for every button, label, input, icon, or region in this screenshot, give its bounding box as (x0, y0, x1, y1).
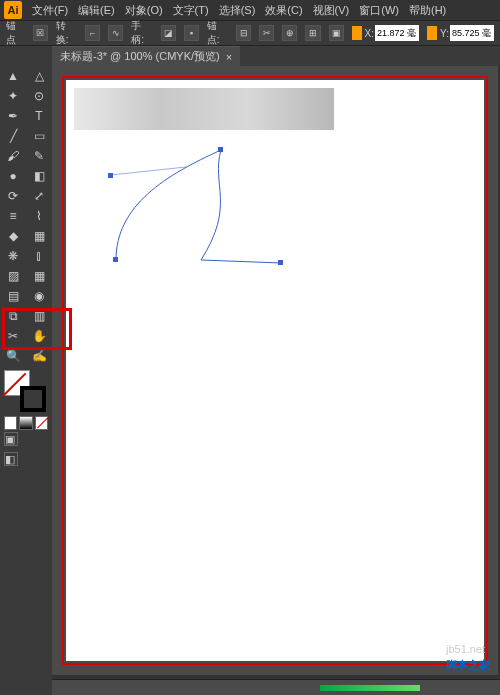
color-mode-none[interactable] (35, 416, 48, 430)
anchor-cut-icon[interactable]: ✂ (259, 25, 274, 41)
menu-window[interactable]: 窗口(W) (359, 3, 399, 18)
handle-hide-icon[interactable]: ▪ (184, 25, 199, 41)
tool-type[interactable]: T (26, 106, 52, 126)
tool-graph[interactable]: ⫿ (26, 246, 52, 266)
tool-zoom[interactable]: 🔍 (0, 346, 26, 366)
tool-sym[interactable]: ❋ (0, 246, 26, 266)
tool-blend[interactable]: ⧉ (0, 306, 26, 326)
redacted-region (74, 88, 334, 130)
watermark-cn: 脚本之家 (446, 659, 490, 671)
tool-pencil[interactable]: ✎ (26, 146, 52, 166)
progress-indicator (320, 685, 420, 691)
y-label: Y: (440, 28, 449, 39)
fill-stroke-control[interactable] (4, 370, 46, 412)
menu-select[interactable]: 选择(S) (219, 3, 256, 18)
anchor-remove-icon[interactable]: ⊟ (236, 25, 251, 41)
menu-effect[interactable]: 效果(C) (265, 3, 302, 18)
tool-pen[interactable]: ✒ (0, 106, 26, 126)
tool-rotate[interactable]: ⟳ (0, 186, 26, 206)
convert-label: 转换: (56, 19, 77, 47)
tool-slice[interactable]: ✂ (0, 326, 26, 346)
tool-live[interactable]: ▥ (26, 306, 52, 326)
tool-warp[interactable]: ⌇ (26, 206, 52, 226)
tool-blob[interactable]: ● (0, 166, 26, 186)
menu-edit[interactable]: 编辑(E) (78, 3, 115, 18)
stroke-swatch[interactable] (20, 386, 46, 412)
anchor-join-icon[interactable]: ⊕ (282, 25, 297, 41)
tab-title: 未标题-3* @ 100% (CMYK/预览) (60, 49, 220, 64)
anchor2-label: 锚点: (207, 19, 228, 47)
tool-scale[interactable]: ⤢ (26, 186, 52, 206)
handle-label: 手柄: (131, 19, 152, 47)
tool-wand[interactable]: ✦ (0, 86, 26, 106)
x-label: X: (365, 28, 374, 39)
watermark: jb51.net 脚本之家 (446, 640, 490, 673)
tool-sel[interactable]: ▲ (0, 66, 26, 86)
handle-show-icon[interactable]: ◪ (161, 25, 176, 41)
anchor-label: 锚点 (6, 19, 25, 47)
menu-help[interactable]: 帮助(H) (409, 3, 446, 18)
menu-file[interactable]: 文件(F) (32, 3, 68, 18)
svg-rect-3 (108, 173, 113, 178)
tool-eraser[interactable]: ◧ (26, 166, 52, 186)
align-icon[interactable]: ⊞ (305, 25, 320, 41)
tool-shaper[interactable]: ◆ (0, 226, 26, 246)
y-field[interactable]: 85.725 毫 (450, 25, 494, 41)
convert-corner-icon[interactable]: ⌐ (85, 25, 100, 41)
svg-rect-2 (218, 147, 223, 152)
menu-object[interactable]: 对象(O) (125, 3, 163, 18)
tool-shape[interactable]: ▦ (26, 226, 52, 246)
x-indicator-icon (352, 26, 362, 40)
app-logo: Ai (4, 1, 22, 19)
tool-art[interactable]: ▨ (0, 266, 26, 286)
tool-width[interactable]: ≡ (0, 206, 26, 226)
path-shape[interactable] (106, 145, 306, 285)
tool-dir[interactable]: △ (26, 66, 52, 86)
watermark-url: jb51.net (446, 643, 485, 655)
horizontal-scrollbar[interactable] (52, 679, 500, 695)
screen-mode-normal[interactable]: ▣ (4, 432, 18, 446)
tool-rect[interactable]: ▭ (26, 126, 52, 146)
fill-none-swatch[interactable]: ☒ (33, 25, 48, 41)
artboard[interactable] (66, 80, 484, 661)
document-tab[interactable]: 未标题-3* @ 100% (CMYK/预览) × (52, 46, 240, 66)
color-mode-fill[interactable] (4, 416, 17, 430)
x-field[interactable]: 21.872 毫 (375, 25, 419, 41)
tab-close-icon[interactable]: × (226, 51, 232, 63)
convert-smooth-icon[interactable]: ∿ (108, 25, 123, 41)
color-mode-gradient[interactable] (19, 416, 32, 430)
workspace (52, 66, 498, 675)
tool-eye[interactable]: ◉ (26, 286, 52, 306)
tool-brush[interactable]: 🖌 (0, 146, 26, 166)
svg-rect-0 (113, 257, 118, 262)
toolbar: ▲△✦⊙✒T╱▭🖌✎●◧⟳⤢≡⌇◆▦❋⫿▨▦▤◉⧉▥✂✋🔍✍ ▣ ◧ (0, 66, 52, 695)
y-indicator-icon (427, 26, 437, 40)
tool-hand[interactable]: ✋ (26, 326, 52, 346)
tool-note[interactable]: ✍ (26, 346, 52, 366)
draw-mode-icon[interactable]: ◧ (4, 452, 18, 466)
tool-line[interactable]: ╱ (0, 126, 26, 146)
tool-mesh[interactable]: ▦ (26, 266, 52, 286)
menu-type[interactable]: 文字(T) (173, 3, 209, 18)
menu-view[interactable]: 视图(V) (313, 3, 350, 18)
tool-grad[interactable]: ▤ (0, 286, 26, 306)
isolate-icon[interactable]: ▣ (329, 25, 344, 41)
tool-lasso[interactable]: ⊙ (26, 86, 52, 106)
svg-rect-1 (278, 260, 283, 265)
